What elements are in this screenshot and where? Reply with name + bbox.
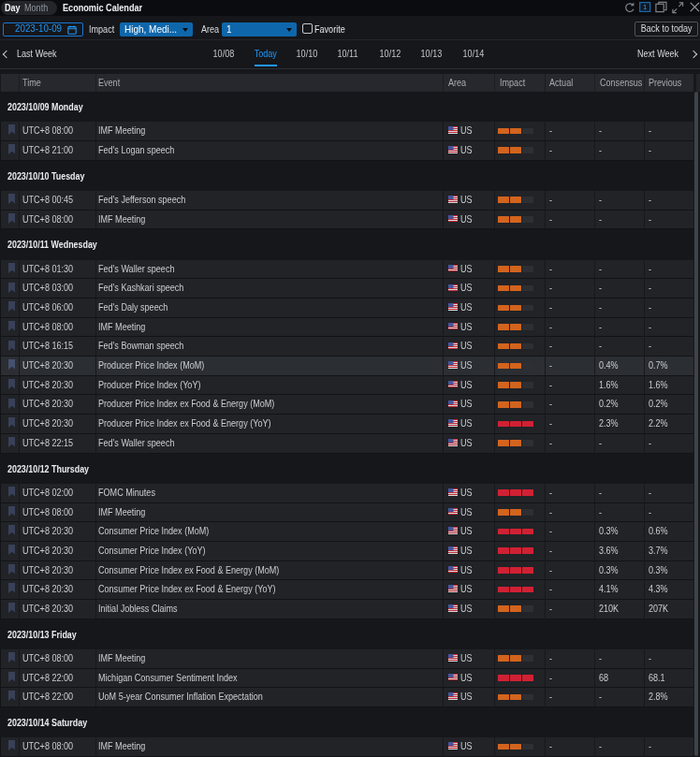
svg-text:1: 1: [643, 3, 647, 11]
